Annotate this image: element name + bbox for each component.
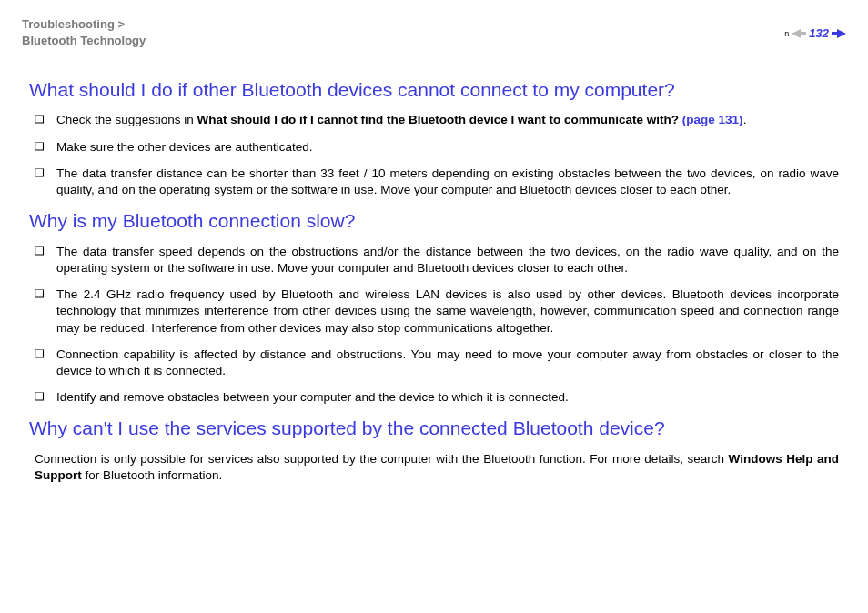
- section-heading-2: Why is my Bluetooth connection slow?: [29, 208, 839, 234]
- list-item: Identify and remove obstacles between yo…: [29, 389, 839, 406]
- paragraph: Connection is only possible for services…: [29, 451, 839, 484]
- list-item: The data transfer speed depends on the o…: [29, 244, 839, 276]
- breadcrumb-line2: Bluetooth Technology: [22, 33, 146, 49]
- svg-marker-1: [832, 29, 846, 38]
- page-navigation: n 132: [784, 25, 846, 42]
- section-heading-3: Why can't I use the services supported b…: [29, 416, 839, 441]
- list-item: The data transfer distance can be shorte…: [29, 166, 839, 198]
- page-header: Troubleshooting > Bluetooth Technology n…: [22, 16, 846, 48]
- breadcrumb: Troubleshooting > Bluetooth Technology: [22, 16, 146, 48]
- content-area: What should I do if other Bluetooth devi…: [22, 77, 846, 484]
- svg-marker-0: [792, 29, 806, 38]
- breadcrumb-line1: Troubleshooting >: [22, 17, 125, 31]
- bullet-list-2: The data transfer speed depends on the o…: [29, 244, 839, 407]
- section-heading-1: What should I do if other Bluetooth devi…: [29, 77, 839, 103]
- page-number: 132: [809, 25, 829, 42]
- next-page-icon[interactable]: [832, 29, 846, 38]
- page-link[interactable]: (page 131): [682, 113, 743, 126]
- list-item: Make sure the other devices are authenti…: [29, 139, 839, 156]
- n-mark: n: [784, 28, 789, 39]
- list-item: The 2.4 GHz radio frequency used by Blue…: [29, 286, 839, 337]
- bullet-list-1: Check the suggestions in What should I d…: [29, 112, 839, 198]
- prev-page-icon[interactable]: [792, 29, 806, 38]
- list-item: Check the suggestions in What should I d…: [29, 112, 839, 128]
- list-item: Connection capability is affected by dis…: [29, 347, 839, 379]
